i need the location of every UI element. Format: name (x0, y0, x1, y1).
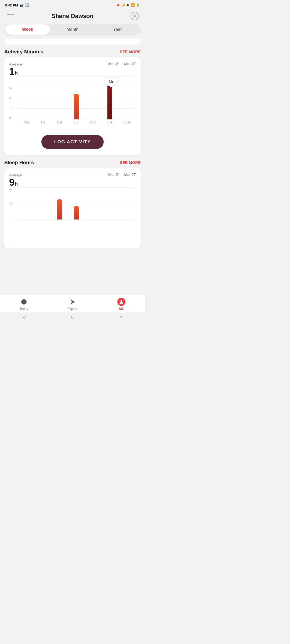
record-icon: ⏺ (117, 3, 120, 7)
sleep-bar-sat (51, 187, 68, 219)
status-bar: 8:42 PM 📷 🔄 ⏺ 🔑 ✱ 📶 🔋 (0, 0, 145, 10)
explore-nav-icon (69, 298, 77, 306)
sleep-bar-mon (85, 187, 101, 219)
x-sun: Sun (68, 120, 85, 124)
tabs-container: Week Month Year (4, 24, 141, 35)
me-nav-icon (117, 298, 125, 306)
activity-section-header: Activity Minutes SEE MORE (4, 49, 141, 55)
x-sat: Sat (51, 120, 68, 124)
status-time: 8:42 PM 📷 🔄 (5, 3, 29, 7)
bars (9, 76, 136, 119)
bar-thu (18, 76, 34, 119)
sleep-bar-sun (68, 187, 85, 219)
tab-week[interactable]: Week (5, 24, 50, 35)
activity-bar-chart: 0h 18 35 52 70 (9, 76, 136, 130)
sleep-bar-tue (101, 187, 118, 219)
system-menu-button[interactable]: ≡ (120, 315, 122, 320)
x-mon: Mon (85, 120, 101, 124)
bar-tue (101, 76, 118, 119)
settings-button[interactable] (130, 12, 139, 20)
x-fri: Fri (34, 120, 51, 124)
nav-me[interactable]: Me (117, 298, 125, 311)
sleep-bar-today2 (118, 187, 135, 219)
sleep-avg-label: Average (9, 173, 22, 177)
battery-icon: 🔋 (136, 3, 140, 7)
activity-section-title: Activity Minutes (4, 49, 44, 55)
svg-point-4 (21, 299, 27, 305)
sleep-date-range: Mar 21 – Mar 27 (108, 173, 136, 177)
sync-icon: 🔄 (25, 3, 29, 7)
activity-chart-card: Average 1h Mar 21 – Mar 27 0h 18 35 52 7… (4, 57, 141, 155)
sleep-hours-section: Sleep Hours SEE MORE Average 9h Mar 21 –… (4, 160, 141, 248)
x-thu: Thu (18, 120, 34, 124)
activity-see-more[interactable]: SEE MORE (120, 50, 141, 54)
activity-minutes-section: Activity Minutes SEE MORE Average 1h Mar… (4, 49, 141, 155)
nav-me-label: Me (119, 307, 124, 311)
page-title: Shane Dawson (52, 13, 93, 20)
bar-today (118, 76, 135, 119)
system-home-button[interactable]: □ (71, 315, 74, 320)
divider-card (4, 39, 141, 45)
activity-date-range: Mar 21 – Mar 27 (108, 62, 136, 66)
system-back-button[interactable]: ◁ (23, 315, 26, 320)
status-icons: ⏺ 🔑 ✱ 📶 🔋 (117, 3, 140, 7)
filter-button[interactable] (6, 12, 15, 20)
tab-year[interactable]: Year (95, 24, 140, 35)
log-activity-button[interactable]: LOG ACTIVITY (41, 135, 104, 149)
svg-point-6 (121, 300, 122, 302)
sleep-section-header: Sleep Hours SEE MORE (4, 160, 141, 166)
sleep-avg-value: 9h (9, 178, 22, 187)
camera-icon: 📷 (20, 3, 24, 7)
bluetooth-icon: ✱ (127, 3, 129, 7)
bar-sun (68, 76, 85, 119)
svg-marker-5 (70, 299, 75, 304)
x-today: Today (118, 120, 135, 124)
x-axis-labels: Thu Fri Sat Sun Mon Tue Today (9, 120, 136, 124)
bar-mon (85, 76, 101, 119)
time-display: 8:42 PM (5, 3, 18, 7)
svg-point-3 (134, 16, 136, 17)
bar-sat (51, 76, 68, 119)
activity-avg-value: 1h (9, 67, 22, 76)
bottom-nav: Today Explore Me (0, 295, 145, 312)
sleep-bars (9, 187, 136, 219)
nav-explore[interactable]: Explore (67, 298, 78, 311)
today-nav-icon (20, 298, 28, 306)
sleep-chart-card: Average 9h Mar 21 – Mar 27 7 10 12 (4, 168, 141, 248)
system-nav-bar: ◁ □ ≡ (0, 312, 145, 322)
nav-explore-label: Explore (67, 307, 78, 311)
sleep-bar-chart: 7 10 12 (9, 187, 136, 241)
x-tue: Tue (101, 120, 118, 124)
sleep-bar-thu (18, 187, 34, 219)
nav-today[interactable]: Today (20, 298, 28, 311)
sleep-section-title: Sleep Hours (4, 160, 34, 166)
wifi-icon: 📶 (131, 3, 135, 7)
header: Shane Dawson (0, 10, 145, 24)
key-icon: 🔑 (121, 3, 125, 7)
bar-fri (34, 76, 51, 119)
sleep-bar-fri (34, 187, 51, 219)
activity-avg-label: Average (9, 62, 22, 66)
tab-month[interactable]: Month (50, 24, 95, 35)
sleep-see-more[interactable]: SEE MORE (120, 160, 141, 165)
nav-today-label: Today (20, 307, 28, 311)
